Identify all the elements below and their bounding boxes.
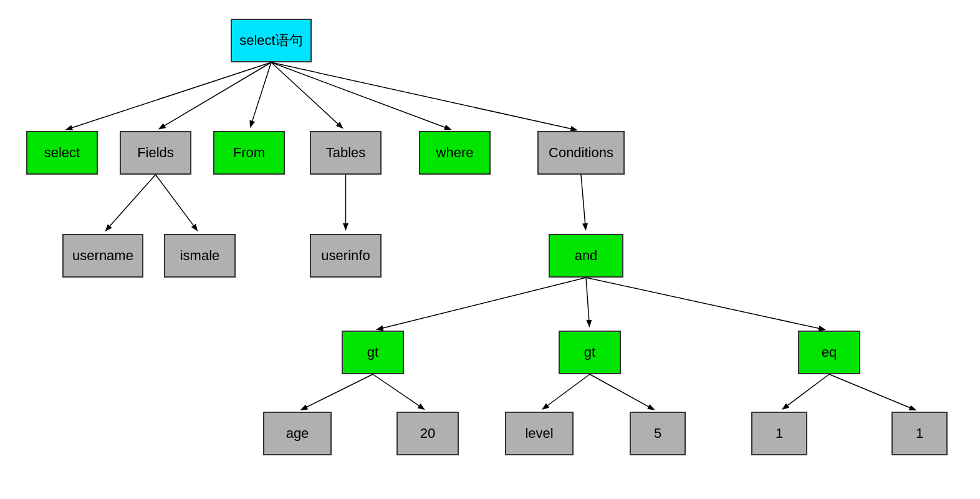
line-gt1-val20	[373, 374, 423, 409]
line-root-tables	[271, 62, 342, 128]
line-gt2-val5	[590, 374, 653, 409]
node-ismale: ismale	[164, 234, 236, 278]
node-val20: 20	[396, 412, 459, 455]
line-root-fields	[160, 62, 271, 128]
node-gt2: gt	[559, 331, 621, 374]
line-gt1-age	[302, 374, 373, 409]
line-gt2-level	[543, 374, 590, 409]
node-gt1: gt	[342, 331, 404, 374]
line-eq-val1b	[829, 374, 915, 410]
line-eq-val1a	[783, 374, 829, 409]
node-tables: Tables	[310, 131, 382, 175]
node-from: From	[213, 131, 285, 175]
node-val1a: 1	[751, 412, 807, 455]
node-root: select语句	[231, 19, 312, 62]
node-age: age	[263, 412, 332, 455]
node-level: level	[505, 412, 574, 455]
node-eq: eq	[798, 331, 860, 374]
line-fields-username	[106, 175, 155, 230]
line-and-gt2	[586, 278, 589, 326]
node-username: username	[62, 234, 143, 278]
node-userinfo: userinfo	[310, 234, 382, 278]
tree-container: select语句selectFieldsFromTableswhereCondi…	[0, 0, 980, 499]
connection-lines	[0, 0, 980, 499]
line-conditions-and	[581, 175, 585, 229]
node-val5: 5	[630, 412, 686, 455]
node-val1b: 1	[891, 412, 948, 455]
line-and-gt1	[378, 278, 586, 329]
node-conditions: Conditions	[537, 131, 625, 175]
line-and-eq	[586, 278, 824, 329]
node-select: select	[26, 131, 98, 175]
node-where: where	[419, 131, 491, 175]
line-root-from	[251, 62, 271, 126]
line-root-conditions	[271, 62, 576, 130]
line-root-where	[271, 62, 450, 129]
line-root-select	[67, 62, 271, 130]
node-and: and	[549, 234, 623, 278]
line-fields-ismale	[156, 175, 197, 230]
node-fields: Fields	[120, 131, 191, 175]
